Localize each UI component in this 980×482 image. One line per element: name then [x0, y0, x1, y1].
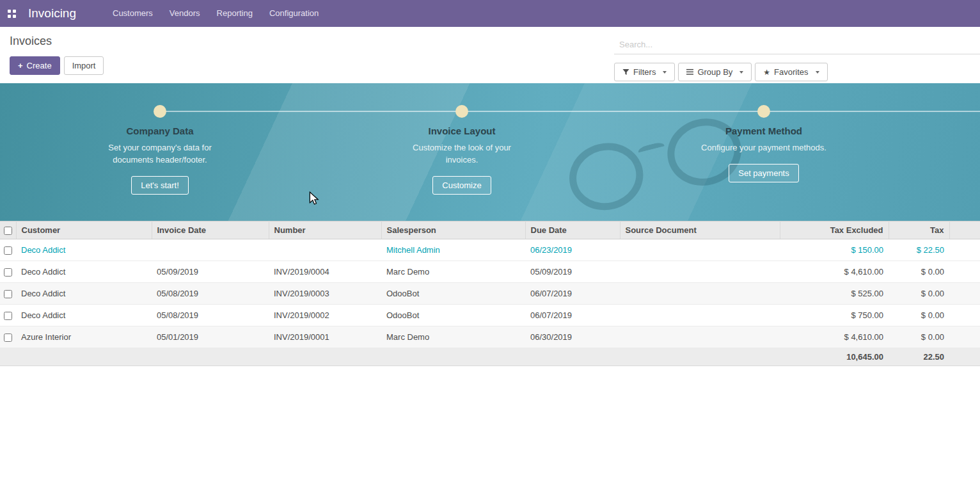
table-row[interactable]: Azure Interior 05/01/2019 INV/2019/0001 …	[0, 326, 980, 348]
cell-spacer	[949, 239, 980, 261]
step-title: Company Data	[126, 125, 193, 136]
apps-menu-button[interactable]	[0, 0, 23, 27]
cell-salesperson: OdooBot	[381, 283, 525, 305]
lets-start-button[interactable]: Let's start!	[131, 176, 189, 195]
col-tax-excluded[interactable]: Tax Excluded	[780, 221, 889, 239]
nav-item-configuration[interactable]: Configuration	[261, 0, 327, 27]
search-input[interactable]	[614, 35, 980, 54]
cell-invoice-date: 05/01/2019	[152, 326, 269, 348]
table-footer-row: 10,645.00 22.50	[0, 348, 980, 366]
row-checkbox-cell	[0, 305, 16, 326]
row-checkbox[interactable]	[4, 333, 12, 342]
cell-salesperson: OdooBot	[381, 305, 525, 326]
filter-icon	[622, 68, 629, 76]
col-due-date[interactable]: Due Date	[525, 221, 620, 239]
total-tax-excluded: 10,645.00	[780, 348, 889, 366]
app-title[interactable]: Invoicing	[28, 6, 76, 20]
cell-invoice-date	[152, 239, 269, 261]
favorites-button[interactable]: ★ Favorites	[755, 63, 827, 81]
table-header-row: Customer Invoice Date Number Salesperson…	[0, 221, 980, 239]
cell-tax-excluded: $ 525.00	[780, 283, 889, 305]
cell-invoice-date: 05/08/2019	[152, 305, 269, 326]
col-customer[interactable]: Customer	[16, 221, 152, 239]
set-payments-button[interactable]: Set payments	[729, 164, 799, 182]
create-button[interactable]: + Create	[10, 56, 60, 75]
step-dot-icon	[757, 105, 770, 118]
row-checkbox[interactable]	[4, 290, 12, 298]
cell-customer: Deco Addict	[16, 261, 152, 283]
step-title: Payment Method	[725, 125, 802, 136]
import-button[interactable]: Import	[64, 56, 104, 75]
table-row[interactable]: Deco Addict 05/09/2019 INV/2019/0004 Mar…	[0, 261, 980, 283]
cell-spacer	[949, 326, 980, 348]
cell-due-date: 06/07/2019	[525, 305, 620, 326]
cell-due-date: 06/07/2019	[525, 283, 620, 305]
cell-number: INV/2019/0004	[269, 261, 381, 283]
row-checkbox-cell	[0, 261, 16, 283]
row-checkbox-cell	[0, 283, 16, 305]
cell-tax: $ 0.00	[889, 283, 949, 305]
cell-salesperson: Marc Demo	[381, 326, 525, 348]
cell-customer: Deco Addict	[16, 239, 152, 261]
col-invoice-date[interactable]: Invoice Date	[152, 221, 269, 239]
cell-number: INV/2019/0003	[269, 283, 381, 305]
invoice-table-body: Deco Addict Mitchell Admin 06/23/2019 $ …	[0, 239, 980, 348]
row-checkbox[interactable]	[4, 246, 12, 255]
chevron-down-icon	[739, 71, 743, 74]
apps-grid-icon	[8, 10, 16, 18]
onboarding-step-invoice-layout: Invoice Layout Customize the look of you…	[360, 105, 564, 195]
col-salesperson[interactable]: Salesperson	[381, 221, 525, 239]
table-row[interactable]: Deco Addict 05/08/2019 INV/2019/0002 Odo…	[0, 305, 980, 326]
cell-source-document	[620, 239, 780, 261]
invoice-table: Customer Invoice Date Number Salesperson…	[0, 221, 980, 366]
nav-item-customers[interactable]: Customers	[104, 0, 161, 27]
cell-tax: $ 0.00	[889, 261, 949, 283]
plus-icon: +	[18, 62, 23, 69]
cell-spacer	[949, 261, 980, 283]
cell-spacer	[949, 305, 980, 326]
chevron-down-icon	[663, 71, 667, 74]
nav-item-reporting[interactable]: Reporting	[209, 0, 261, 27]
group-by-button[interactable]: Group By	[678, 63, 752, 81]
cell-tax-excluded: $ 4,610.00	[780, 326, 889, 348]
select-all-cell	[0, 221, 16, 239]
step-dot-icon	[455, 105, 468, 118]
col-tax[interactable]: Tax	[889, 221, 949, 239]
onboarding-step-payment-method: Payment Method Configure your payment me…	[661, 105, 866, 182]
cell-number: INV/2019/0002	[269, 305, 381, 326]
step-description: Customize the look of your invoices.	[397, 142, 528, 166]
col-source-document[interactable]: Source Document	[620, 221, 780, 239]
step-description: Configure your payment methods.	[701, 142, 826, 154]
cell-tax: $ 22.50	[889, 239, 949, 261]
cell-due-date: 06/23/2019	[525, 239, 620, 261]
cell-customer: Deco Addict	[16, 283, 152, 305]
step-description: Set your company's data for documents he…	[95, 142, 226, 166]
nav-menu: Customers Vendors Reporting Configuratio…	[104, 0, 327, 27]
cell-number: INV/2019/0001	[269, 326, 381, 348]
row-checkbox[interactable]	[4, 268, 12, 277]
cell-due-date: 06/30/2019	[525, 326, 620, 348]
onboarding-banner: Company Data Set your company's data for…	[0, 83, 980, 221]
cell-salesperson: Mitchell Admin	[381, 239, 525, 261]
filters-button[interactable]: Filters	[614, 63, 675, 81]
table-row[interactable]: Deco Addict 05/08/2019 INV/2019/0003 Odo…	[0, 283, 980, 305]
cell-customer: Deco Addict	[16, 305, 152, 326]
cell-tax: $ 0.00	[889, 305, 949, 326]
col-number[interactable]: Number	[269, 221, 381, 239]
table-row[interactable]: Deco Addict Mitchell Admin 06/23/2019 $ …	[0, 239, 980, 261]
select-all-checkbox[interactable]	[4, 227, 12, 235]
row-checkbox-cell	[0, 239, 16, 261]
cell-tax-excluded: $ 4,610.00	[780, 261, 889, 283]
search-box	[614, 35, 980, 54]
cell-customer: Azure Interior	[16, 326, 152, 348]
customize-button[interactable]: Customize	[432, 176, 491, 195]
group-by-icon	[686, 68, 693, 76]
top-navbar: Invoicing Customers Vendors Reporting Co…	[0, 0, 980, 27]
cell-tax: $ 0.00	[889, 326, 949, 348]
total-tax: 22.50	[889, 348, 949, 366]
row-checkbox[interactable]	[4, 312, 12, 320]
control-panel: Invoices + Create Import Filters	[0, 27, 980, 83]
step-dot-icon	[154, 105, 166, 118]
row-checkbox-cell	[0, 326, 16, 348]
nav-item-vendors[interactable]: Vendors	[161, 0, 209, 27]
